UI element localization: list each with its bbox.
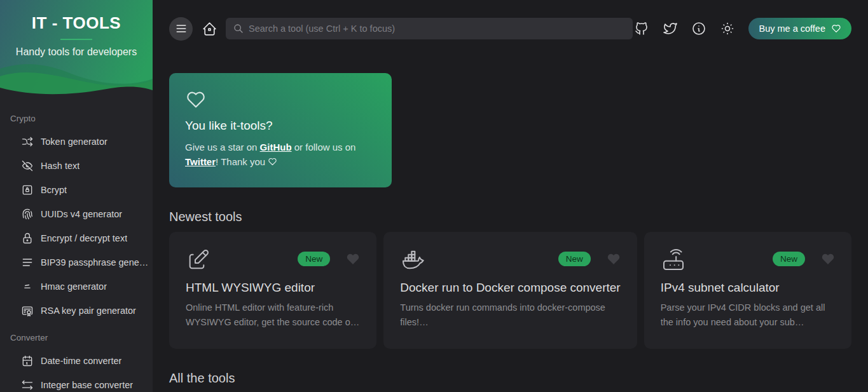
promo-text-segment: ! Thank you [216,156,268,167]
favorite-button[interactable] [821,252,835,266]
promo-text-segment: Give us a star on [185,142,260,152]
heart-icon [185,89,207,111]
home-button[interactable] [202,21,217,37]
search-bar [226,18,633,39]
sidebar-nav: Crypto Token generator Hash text Bcrypt … [0,98,153,392]
certificate-icon [21,304,34,317]
fingerprint-icon [21,208,34,220]
newest-tools-grid: New HTML WYSIWYG editor Online HTML edit… [169,232,851,349]
wave-decoration [0,60,153,99]
heart-icon [831,24,841,34]
top-bar: Buy me a coffee [169,0,851,57]
title-divider [60,39,92,40]
sidebar-item-rsa-key-pair[interactable]: RSA key pair generator [0,299,153,323]
info-icon [691,21,706,36]
sidebar-item-bcrypt[interactable]: Bcrypt [0,178,153,202]
favorite-button[interactable] [346,252,360,266]
arrows-left-right-icon [21,379,34,391]
app-title: IT - TOOLS [0,0,153,33]
buy-me-a-coffee-button[interactable]: Buy me a coffee [748,18,851,39]
section-label-converter: Converter [0,333,153,342]
sidebar-item-date-time-converter[interactable]: Date-time converter [0,349,153,373]
new-badge: New [558,252,591,266]
sidebar-item-label: RSA key pair generator [41,306,136,316]
sidebar-item-uuids-generator[interactable]: UUIDs v4 generator [0,202,153,226]
sidebar-item-label: Encrypt / decrypt text [41,233,127,243]
all-tools-heading: All the tools [169,371,851,386]
new-badge: New [298,252,330,266]
sidebar-section-crypto: Crypto Token generator Hash text Bcrypt … [0,114,153,323]
sidebar-item-hash-text[interactable]: Hash text [0,154,153,178]
dashes-icon [21,280,34,293]
sun-icon [720,21,735,36]
coffee-button-label: Buy me a coffee [759,24,825,34]
github-link[interactable]: GitHub [260,142,292,152]
newest-tools-heading: Newest tools [169,210,851,224]
app-subtitle: Handy tools for developers [0,46,153,58]
tool-card-description: Turns docker run commands into docker-co… [400,301,620,330]
tool-card-ipv4-subnet-calculator[interactable]: New IPv4 subnet calculator Parse your IP… [644,232,851,349]
edit-icon [186,247,211,273]
lock-icon [21,232,34,245]
sidebar-item-hmac-generator[interactable]: Hmac generator [0,274,153,299]
promo-title: You like it-tools? [185,119,376,133]
heart-filled-icon [821,252,835,266]
theme-toggle-button[interactable] [720,21,735,36]
sidebar-item-label: BIP39 passphrase generator [41,257,150,267]
sidebar-item-label: Token generator [41,137,107,147]
hamburger-menu-icon [175,22,188,35]
promo-card: You like it-tools? Give us a star on Git… [169,73,392,187]
sidebar-item-bip39-generator[interactable]: BIP39 passphrase generator [0,250,153,274]
tool-card-docker-run-to-compose[interactable]: New Docker run to Docker compose convert… [383,232,637,349]
promo-text: Give us a star on GitHub or follow us on… [185,140,376,169]
eye-off-icon [21,159,34,172]
home-icon [202,21,217,37]
list-icon [21,256,34,269]
favorite-button[interactable] [607,252,621,266]
search-icon [233,24,244,34]
twitter-link[interactable]: Twitter [185,156,216,167]
tool-card-description: Parse your IPv4 CIDR blocks and get all … [661,301,835,330]
sidebar-header: IT - TOOLS Handy tools for developers [0,0,153,98]
menu-toggle-button[interactable] [169,17,193,41]
promo-heart [185,89,376,111]
tool-card-html-wysiwyg-editor[interactable]: New HTML WYSIWYG editor Online HTML edit… [169,232,376,349]
sidebar-item-label: UUIDs v4 generator [41,209,122,219]
shuffle-icon [21,135,34,148]
tool-card-title: IPv4 subnet calculator [661,281,835,295]
tool-card-description: Online HTML editor with feature-rich WYS… [186,301,360,330]
twitter-icon [663,21,678,36]
calendar-icon [21,355,34,367]
github-button[interactable] [634,21,649,36]
heart-filled-icon [346,252,360,266]
router-icon [661,247,686,273]
heart-icon [268,157,277,166]
twitter-button[interactable] [663,21,678,36]
new-badge: New [773,252,805,266]
section-label-crypto: Crypto [0,114,153,123]
docker-icon [400,247,425,273]
sidebar-item-label: Bcrypt [41,185,67,195]
sidebar-item-label: Integer base converter [41,380,133,390]
about-button[interactable] [691,21,706,36]
topbar-actions: Buy me a coffee [634,18,851,39]
sidebar-item-encrypt-decrypt[interactable]: Encrypt / decrypt text [0,226,153,250]
sidebar-item-label: Hash text [41,161,79,171]
tool-card-title: Docker run to Docker compose converter [400,281,620,295]
main-content: Buy me a coffee You like it-tools? Give … [153,0,868,392]
sidebar-item-label: Date-time converter [41,356,121,366]
sidebar-item-token-generator[interactable]: Token generator [0,130,153,154]
heart-filled-icon [607,252,621,266]
github-icon [634,21,649,36]
sidebar-section-converter: Converter Date-time converter Integer ba… [0,333,153,392]
promo-text-segment: or follow us on [292,142,356,152]
tool-card-title: HTML WYSIWYG editor [186,281,360,295]
sidebar: IT - TOOLS Handy tools for developers Cr… [0,0,153,392]
password-card-icon [21,184,34,196]
sidebar-item-integer-base-converter[interactable]: Integer base converter [0,373,153,392]
sidebar-item-label: Hmac generator [41,281,107,292]
search-input[interactable] [249,24,625,34]
